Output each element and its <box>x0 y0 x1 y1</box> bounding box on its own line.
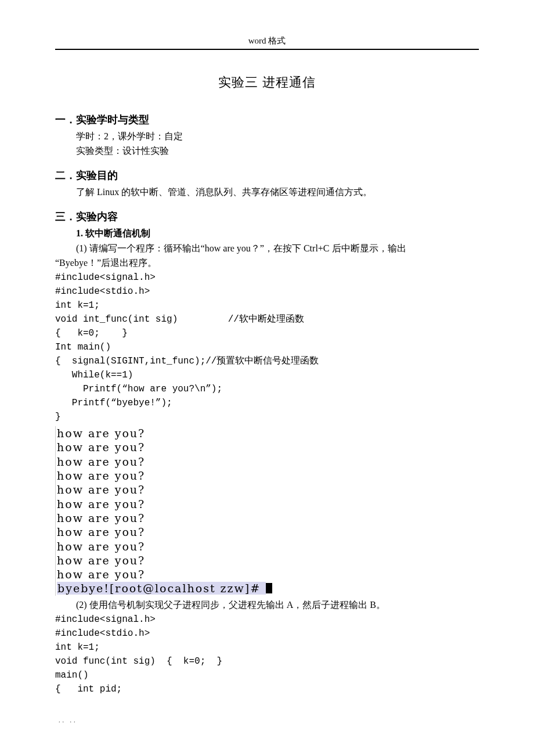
terminal-last-line: byebye![root@localhost zzw]# <box>57 581 272 595</box>
terminal-line: how are you? <box>57 525 272 539</box>
question-1a: (1) 请编写一个程序：循环输出“how are you？”，在按下 Ctrl+… <box>55 242 479 255</box>
terminal-line: how are you? <box>57 567 272 581</box>
page-footer-dots: .. .. <box>55 717 479 725</box>
section-1-line-2: 实验类型：设计性实验 <box>55 144 479 157</box>
terminal-cursor-icon <box>266 583 272 593</box>
terminal-line: how are you? <box>57 553 272 567</box>
code-block-2: #include<signal.h> #include<stdio.h> int… <box>55 613 479 696</box>
section-1-line-1: 学时：2，课外学时：自定 <box>55 129 479 143</box>
document-title: 实验三 进程通信 <box>55 73 479 92</box>
document-page: word 格式 实验三 进程通信 一．实验学时与类型 学时：2，课外学时：自定 … <box>0 0 534 748</box>
section-1-head: 一．实验学时与类型 <box>55 112 479 127</box>
terminal-line: how are you? <box>57 469 272 483</box>
code-block-1: #include<signal.h> #include<stdio.h> int… <box>55 271 479 424</box>
section-3-sub-1: 1. 软中断通信机制 <box>55 226 479 240</box>
terminal-output: how are you? how are you? how are you? h… <box>55 426 272 596</box>
header-rule <box>55 49 479 50</box>
terminal-line: how are you? <box>57 426 272 440</box>
section-2-head: 二．实验目的 <box>55 168 479 183</box>
terminal-line: how are you? <box>57 455 272 469</box>
section-2-line-1: 了解 Linux 的软中断、管道、消息队列、共享存储区等进程间通信方式。 <box>55 185 479 199</box>
section-3-head: 三．实验内容 <box>55 209 479 224</box>
terminal-line: how are you? <box>57 440 272 454</box>
question-1b: “Byebye！”后退出程序。 <box>55 256 479 269</box>
terminal-line: how are you? <box>57 511 272 525</box>
terminal-line: how are you? <box>57 483 272 496</box>
question-2: (2) 使用信号机制实现父子进程同步，父进程先输出 A，然后子进程输出 B。 <box>55 598 479 611</box>
page-header-label: word 格式 <box>55 35 479 48</box>
terminal-line: how are you? <box>57 497 272 511</box>
terminal-line: how are you? <box>57 539 272 553</box>
terminal-prompt: byebye![root@localhost zzw]# <box>57 582 266 595</box>
